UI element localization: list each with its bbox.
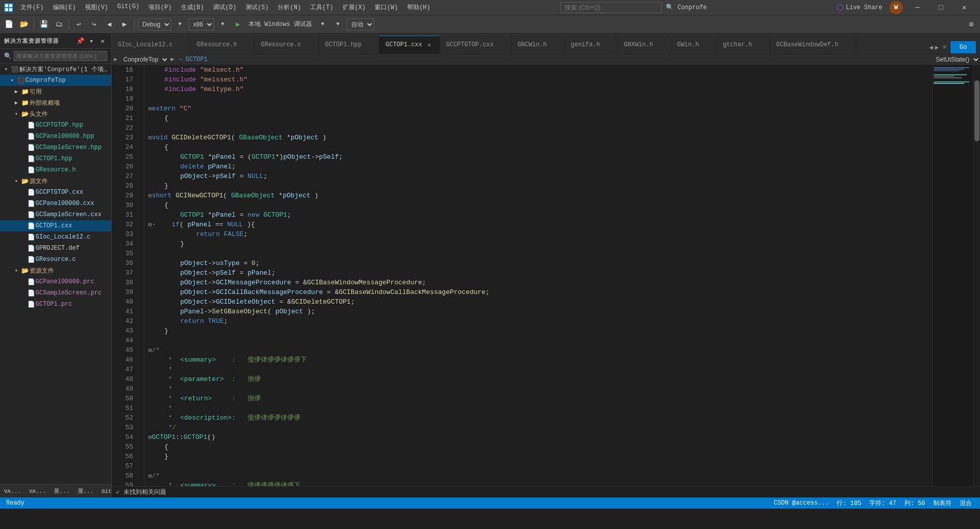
run-dropdown-arrow[interactable]: ▼	[316, 18, 329, 31]
tab-gccptgtop-cxx[interactable]: GCCPTGTOP.cxx✕	[440, 36, 512, 53]
config-arrow[interactable]: ▼	[173, 18, 187, 31]
fold-icon[interactable]: ⊟	[148, 222, 152, 228]
fold-icon[interactable]: ⊟	[148, 473, 152, 479]
go-button[interactable]: Go	[951, 41, 976, 53]
live-share-button[interactable]: ⬡ Live Share	[833, 3, 886, 13]
save-btn[interactable]: 💾	[37, 18, 50, 31]
status-tab-type[interactable]: 制表符	[929, 497, 956, 509]
sidebar-item-gctop1-cxx[interactable]: 📄GCTOP1.cxx	[0, 220, 111, 231]
sidebar-collapse-icon[interactable]: ▾	[87, 37, 96, 46]
sidebar-item----[interactable]: ▾📂头文件	[0, 108, 111, 120]
nav-right-dropdown[interactable]: SetUtState()	[932, 54, 980, 65]
sidebar-item------[interactable]: ▶📁外部依赖项	[0, 97, 111, 108]
undo-btn[interactable]: ↩	[72, 18, 85, 31]
sidebar-item-gcpanel00000-prc[interactable]: 📄GCPanel00000.prc	[0, 276, 111, 287]
back-btn[interactable]: ◀	[103, 18, 116, 31]
auto-dropdown[interactable]: 自动	[347, 18, 374, 31]
tab-gnxwin-h[interactable]: GNXWin.h✕	[618, 36, 671, 53]
tab-gwin-h[interactable]: GWin.h✕	[671, 36, 717, 53]
sidebar-tab-git[interactable]: Git...	[98, 485, 112, 498]
minimize-button[interactable]: ─	[906, 0, 929, 15]
sidebar-tab-li[interactable]: 厘...	[74, 485, 98, 498]
sidebar-item-gccptgtop-cxx[interactable]: 📄GCCPTGTOP.cxx	[0, 187, 111, 198]
menu-view[interactable]: 视图(V)	[81, 2, 112, 13]
menu-extensions[interactable]: 扩展(X)	[339, 2, 370, 13]
scrollbar-track[interactable]	[973, 65, 980, 486]
tab-gresource-h[interactable]: GResource.h✕	[191, 36, 255, 53]
tab-list-icon[interactable]: ≡	[943, 44, 946, 51]
status-char[interactable]: 字符: 47	[865, 497, 900, 509]
tab-genifa-h[interactable]: genifa.h✕	[565, 36, 618, 53]
fold-icon[interactable]: ⊟	[148, 193, 152, 199]
menu-file[interactable]: 文件(F)	[16, 2, 48, 13]
sidebar-item-solution[interactable]: ▾ ⬛ 解决方案'Conprofe'(1 个项目/共 1 个)	[0, 64, 111, 75]
tab-gncwin-h[interactable]: GNCWin.h✕	[511, 36, 565, 53]
menu-window[interactable]: 窗口(W)	[371, 2, 402, 13]
sidebar-item-gcsamplescreen-prc[interactable]: 📄GCSampleScreen.prc	[0, 287, 111, 299]
tab-scroll-right[interactable]: ▶	[935, 44, 939, 51]
sidebar-item---[interactable]: ▶📁引用	[0, 86, 111, 97]
redo-btn[interactable]: ↪	[87, 18, 101, 31]
global-search-input[interactable]	[560, 2, 662, 13]
status-csdn[interactable]: CSDN @access...	[770, 497, 833, 509]
sidebar-item-----[interactable]: ▾📂资源文件	[0, 265, 111, 276]
sidebar-search-input[interactable]	[14, 51, 107, 61]
sidebar-item----[interactable]: ▾📂源文件	[0, 175, 111, 187]
sidebar-item-gcpanel00000-hpp[interactable]: 📄GCPanel00000.hpp	[0, 131, 111, 142]
new-file-btn[interactable]: 📄	[2, 18, 15, 31]
fold-icon[interactable]: ⊟	[148, 347, 152, 354]
debug-config-dropdown[interactable]: Debug	[138, 18, 171, 31]
toolbar-right-btn[interactable]: ⚙	[965, 18, 978, 31]
status-col[interactable]: 列: 50	[900, 497, 929, 509]
nav-left-dropdown[interactable]: ConprofeTop	[119, 54, 169, 65]
status-ready[interactable]: Ready	[4, 497, 26, 509]
sidebar-tab-va2[interactable]: VA...	[25, 485, 50, 498]
sidebar-tab-zh[interactable]: 英...	[50, 485, 74, 498]
menu-analyze[interactable]: 分析(N)	[273, 2, 305, 13]
save-all-btn[interactable]: 🗂	[52, 18, 66, 31]
sidebar-item-gctop1-hpp[interactable]: 📄GCTOP1.hpp	[0, 153, 111, 164]
status-encoding[interactable]: 混合	[956, 497, 976, 509]
menu-help[interactable]: 帮助(H)	[403, 2, 435, 13]
platform-dropdown[interactable]: x86	[189, 18, 214, 31]
sidebar-item-gioc-locale12-c[interactable]: 📄GIoc_Locale12.c	[0, 231, 111, 243]
sidebar-item-gcsamplescreen-cxx[interactable]: 📄GCSampleScreen.cxx	[0, 209, 111, 220]
tab-scroll-left[interactable]: ◀	[929, 44, 933, 51]
sidebar-item-gccptgtop-hpp[interactable]: 📄GCCPTGTOP.hpp	[0, 120, 111, 131]
tab-close-icon[interactable]: ✕	[425, 41, 434, 49]
close-button[interactable]: ✕	[953, 0, 976, 15]
menu-edit[interactable]: 编辑(E)	[49, 2, 80, 13]
fold-icon[interactable]: ⊟	[148, 135, 152, 141]
sidebar-item-gproject-def[interactable]: 📄GPROJECT.def	[0, 243, 111, 254]
tab-gresource-c[interactable]: GResource.c✕	[255, 36, 319, 53]
tab-gioc-locale12-c[interactable]: GIoc_Locale12.c✕	[112, 36, 191, 53]
fold-icon[interactable]: ⊟	[148, 434, 152, 440]
menu-git[interactable]: Git(G)	[113, 2, 143, 13]
sidebar-item-gctop1-prc[interactable]: 📄GCTOP1.prc	[0, 299, 111, 310]
menu-build[interactable]: 生成(B)	[177, 2, 208, 13]
code-content[interactable]: #include "melsect.h" #include "melssect.…	[144, 65, 932, 486]
forward-btn[interactable]: ▶	[118, 18, 131, 31]
sidebar-item-project[interactable]: ▾ ⬛ ConprofeTop	[0, 75, 111, 86]
tab-gcbasewindowdef-h[interactable]: GCBaseWindowDef.h✕	[770, 36, 856, 53]
fold-icon[interactable]: ⊟	[148, 106, 152, 112]
sidebar-item-gcpanel00000-cxx[interactable]: 📄GCPanel00000.cxx	[0, 198, 111, 209]
sidebar-item-gresource-c[interactable]: 📄GResource.c	[0, 254, 111, 265]
sidebar-pin-icon[interactable]: 📌	[76, 37, 85, 46]
tab-gtchar-h[interactable]: gtchar.h✕	[717, 36, 770, 53]
open-file-btn[interactable]: 📂	[17, 18, 30, 31]
menu-test[interactable]: 测试(S)	[241, 2, 273, 13]
sidebar-tab-va1[interactable]: VA...	[0, 485, 25, 498]
sidebar-item-gcsamplescreen-hpp[interactable]: 📄GCSampleScreen.hpp	[0, 142, 111, 153]
tab-gctop1-hpp[interactable]: GCTOP1.hpp✕	[319, 36, 379, 53]
sidebar-item-gresource-h[interactable]: 📄GResource.h	[0, 164, 111, 175]
scrollbar-thumb[interactable]	[974, 80, 979, 141]
menu-project[interactable]: 项目(P)	[144, 2, 176, 13]
auto-config-btn[interactable]: ▼	[331, 18, 345, 31]
menu-tools[interactable]: 工具(T)	[306, 2, 338, 13]
platform-arrow[interactable]: ▼	[216, 18, 229, 31]
sidebar-close-icon[interactable]: ✕	[98, 37, 107, 46]
restore-button[interactable]: □	[929, 0, 953, 15]
tab-gctop1-cxx[interactable]: GCTOP1.cxx✕	[379, 36, 440, 53]
status-line[interactable]: 行: 105	[833, 497, 865, 509]
